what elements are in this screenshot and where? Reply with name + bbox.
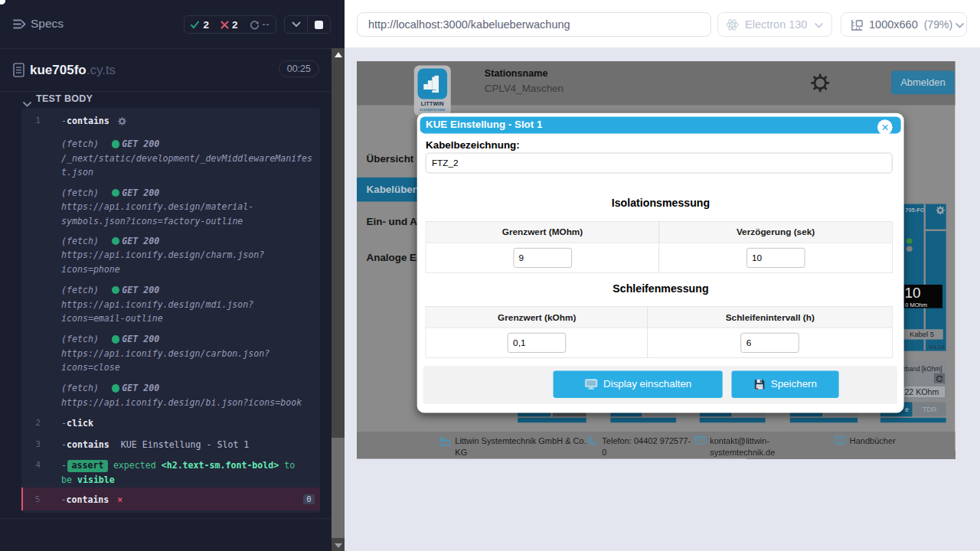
column-header: Grenzwert (kOhm) <box>426 307 648 328</box>
display-einschalten-button[interactable]: Display einschalten <box>554 370 723 397</box>
command-line-number: 2 <box>21 416 41 431</box>
spec-name: kue705fo <box>30 63 87 77</box>
command-row[interactable]: 4 -assertexpected <h2.text-sm.font-bold>… <box>21 458 320 487</box>
command-text: -click <box>61 416 315 431</box>
modal-close-button[interactable]: × <box>877 120 893 135</box>
verzoegerung-input[interactable]: 10 <box>746 248 805 268</box>
settings-gear-icon[interactable] <box>810 73 831 96</box>
cable-name-input[interactable]: FTZ_2 <box>426 152 893 173</box>
fetch-log-row[interactable]: (fetch) GET 200 https://api.iconify.desi… <box>21 234 320 277</box>
scrollbar-thumb[interactable] <box>332 438 345 538</box>
scroll-down-arrow-icon[interactable] <box>335 543 342 548</box>
modal-footer: Display einschalten Speichern <box>423 366 897 404</box>
command-line-number <box>21 186 41 229</box>
success-dot-icon <box>112 237 120 246</box>
failed-icon <box>220 21 229 29</box>
stop-button[interactable] <box>308 16 330 33</box>
speichern-button[interactable]: Speichern <box>732 370 839 397</box>
reporter-scrollbar[interactable] <box>332 48 345 551</box>
specs-menu-icon[interactable] <box>13 18 26 34</box>
column-header: Verzögerung (sek) <box>659 222 892 243</box>
test-body-toggle[interactable]: TEST BODY <box>0 92 345 108</box>
command-row[interactable]: 2 -click <box>21 416 320 431</box>
viewport-zoom: (79%) <box>924 18 952 31</box>
display-unit: 0 MOhm <box>905 302 927 308</box>
fetch-url: https://api.iconify.design/bi.json?icons… <box>61 397 302 408</box>
command-log: 1 -contains (fetch) GET 200 /_next/stati… <box>21 108 320 513</box>
screenshot-stage: Specs 2 2 -- <box>0 0 980 551</box>
chevron-down-icon <box>956 18 964 31</box>
test-stats: 2 2 -- <box>184 15 276 34</box>
spec-duration-badge: 00:25 <box>279 60 319 77</box>
measurement-display: 10 0 MOhm <box>900 285 942 308</box>
phone-icon <box>587 435 598 458</box>
column-header: Grenzwert (MOhm) <box>426 222 659 243</box>
logo-text-2: SYSTEMTECHNIK <box>414 108 451 112</box>
success-dot-icon <box>112 335 120 344</box>
schleifenintervall-input[interactable]: 6 <box>741 333 799 353</box>
save-icon <box>754 379 766 390</box>
url-input[interactable]: http://localhost:3000/kabelueberwachung <box>357 12 711 37</box>
fetch-log-row[interactable]: (fetch) GET 200 https://api.iconify.desi… <box>21 186 320 229</box>
fetch-log-row[interactable]: (fetch) GET 200 https://api.iconify.desi… <box>21 332 320 375</box>
specs-label[interactable]: Specs <box>31 17 64 31</box>
refresh-icon[interactable] <box>934 373 945 383</box>
test-body-label: TEST BODY <box>36 93 93 104</box>
footer-contact-item: kontakt@littwin-systemtechnik.de <box>695 435 772 458</box>
command-line-number <box>21 332 41 375</box>
collapse-chevron-button[interactable] <box>285 16 307 33</box>
cable-name: Kabel 5 <box>900 330 943 340</box>
success-dot-icon <box>112 384 120 393</box>
chevron-down-icon <box>815 18 823 31</box>
success-dot-icon <box>112 189 120 197</box>
logout-button[interactable]: Abmelden <box>891 71 955 95</box>
stop-icon <box>315 21 323 29</box>
fetch-log-row[interactable]: (fetch) GET 200 /_next/static/developmen… <box>21 137 320 180</box>
status-dot-green <box>906 238 913 244</box>
panel-bottom-bar <box>880 418 946 422</box>
aut-top-bar: http://localhost:3000/kabelueberwachung … <box>345 0 980 48</box>
electron-icon <box>726 18 739 31</box>
spec-row[interactable]: kue705fo.cy.ts 00:25 <box>0 48 345 91</box>
fetch-log-text: (fetch) GET 200 https://api.iconify.desi… <box>61 283 315 326</box>
viewport-selector[interactable]: 1000x660 (79%) <box>841 12 967 37</box>
scroll-up-arrow-icon[interactable] <box>335 52 342 57</box>
cable-name-label: Kabelbezeichnung: <box>426 139 520 152</box>
fetch-url: https://api.iconify.design/mdi.json?icon… <box>61 299 253 324</box>
command-line-number <box>21 381 41 409</box>
fetch-log-text: (fetch) GET 200 https://api.iconify.desi… <box>61 186 315 229</box>
viewport-size: 1000x660 <box>869 18 918 31</box>
passed-count: 2 <box>203 19 209 31</box>
fetch-url: https://api.iconify.design/charm.json?ic… <box>61 249 264 275</box>
book-icon <box>835 435 845 448</box>
browser-selector[interactable]: Electron 130 <box>717 12 832 37</box>
grenzwert-mohm-input[interactable]: 9 <box>513 248 571 268</box>
assert-badge: assert <box>67 460 108 472</box>
fetch-log-row[interactable]: (fetch) GET 200 https://api.iconify.desi… <box>21 283 320 326</box>
panel-divider <box>926 230 946 231</box>
passed-icon <box>190 20 200 30</box>
divider <box>0 518 345 519</box>
fail-x-icon: × <box>117 494 122 505</box>
column-header: Schleifenintervall (h) <box>648 307 892 328</box>
failed-command-row[interactable]: 5 -contains× 0 <box>21 487 320 510</box>
logo-text-1: LITTWIN <box>414 101 451 107</box>
command-row[interactable]: 3 -contains KUE Einstellung - Slot 1 <box>21 438 320 452</box>
modal-header: KUE Einstellung - Slot 1 × <box>420 116 901 133</box>
kue-app: Stationsname CPLV4_Maschen Abmelden <box>357 61 955 458</box>
fetch-log-row[interactable]: (fetch) GET 200 https://api.iconify.desi… <box>21 381 320 409</box>
fetch-log-text: (fetch) GET 200 https://api.iconify.desi… <box>61 234 315 277</box>
panel-divider <box>924 204 926 350</box>
command-line-number <box>21 283 41 326</box>
command-row[interactable]: 1 -contains <box>21 114 320 129</box>
grenzwert-kohm-input[interactable]: 0,1 <box>508 333 566 353</box>
status-dot-gray <box>906 246 913 252</box>
viewport-size-icon <box>851 18 864 31</box>
pending-count: -- <box>263 19 270 30</box>
monitor-icon <box>585 379 598 390</box>
fetch-log-text: (fetch) GET 200 /_next/static/developmen… <box>61 137 315 180</box>
panel-tab-tdr[interactable]: TDR <box>913 402 946 416</box>
fetch-log-text: (fetch) GET 200 https://api.iconify.desi… <box>61 332 315 375</box>
slot-gear-icon[interactable] <box>936 206 946 217</box>
command-text: -assertexpected <h2.text-sm.font-bold> t… <box>61 458 308 487</box>
